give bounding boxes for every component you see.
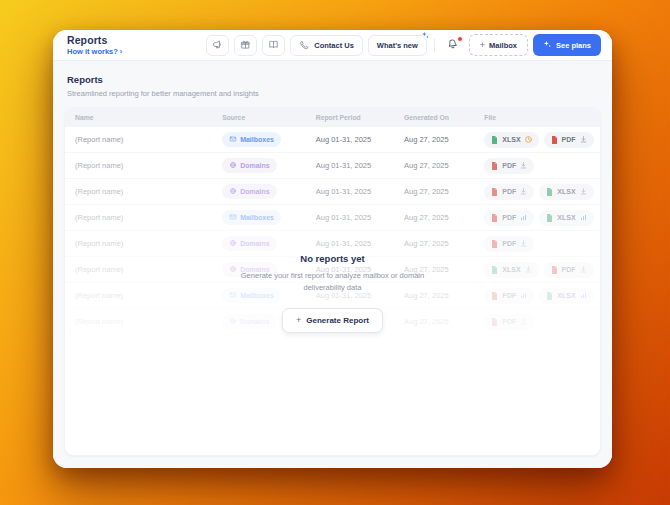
file-label: XLSX	[557, 214, 575, 221]
download-icon[interactable]	[524, 265, 533, 275]
gift-icon	[240, 36, 251, 54]
source-cell: Mailboxes	[212, 132, 306, 147]
file-label: PDF	[562, 136, 576, 143]
file-label: PDF	[502, 214, 516, 221]
source-badge: Mailboxes	[222, 132, 281, 147]
plus-icon: +	[296, 316, 301, 325]
file-badge-pdf[interactable]: PDF	[484, 314, 534, 330]
table-row[interactable]: (Report name) Domains Aug 01-31, 2025 Au…	[65, 257, 600, 283]
file-label: PDF	[502, 318, 516, 325]
file-badge-pdf[interactable]: PDF	[484, 210, 534, 226]
download-icon[interactable]	[579, 135, 588, 145]
report-name-cell: (Report name)	[65, 161, 212, 170]
how-it-works-link[interactable]: How it works? ›	[67, 47, 122, 56]
rewards-button[interactable]	[234, 35, 257, 56]
loading-icon	[579, 291, 588, 301]
files-cell: XLSXPDF	[474, 262, 600, 278]
file-badge-pdf[interactable]: PDF	[484, 158, 534, 174]
announcements-button[interactable]	[206, 35, 229, 56]
see-plans-button[interactable]: See plans	[533, 34, 601, 56]
whats-new-sparkle-icon	[421, 31, 430, 40]
table-row[interactable]: (Report name) Mailboxes Aug 01-31, 2025 …	[65, 205, 600, 231]
file-badge-xlsx[interactable]: XLSX	[484, 262, 538, 278]
file-badge-pdf[interactable]: PDF	[484, 236, 534, 252]
download-icon[interactable]	[519, 239, 528, 249]
chevron-right-icon: ›	[120, 47, 123, 56]
download-icon[interactable]	[519, 187, 528, 197]
file-badge-xlsx[interactable]: XLSX	[539, 210, 593, 226]
source-label: Domains	[240, 162, 270, 169]
generated-on-cell: Aug 27, 2025	[394, 161, 474, 170]
files-cell: PDF	[474, 236, 600, 252]
see-plans-label: See plans	[556, 41, 591, 50]
report-name-cell: (Report name)	[65, 187, 212, 196]
files-cell: PDFXLSX	[474, 184, 600, 200]
app-window: Reports How it works? › Contact Us What'…	[53, 30, 612, 468]
source-label: Domains	[240, 188, 270, 195]
file-badge-pdf[interactable]: PDF	[484, 288, 534, 304]
download-icon[interactable]	[579, 265, 588, 275]
book-icon	[268, 36, 279, 54]
generated-on-cell: Aug 27, 2025	[394, 213, 474, 222]
source-badge: Domains	[222, 314, 277, 329]
phone-icon	[299, 40, 310, 51]
content-area: Reports Streamlined reporting for better…	[53, 61, 612, 468]
file-badge-xlsx[interactable]: XLSX	[539, 288, 593, 304]
reports-table-card: Name Source Report Period Generated On F…	[64, 107, 601, 456]
source-cell: Mailboxes	[212, 288, 306, 303]
section-subtitle: Streamlined reporting for better managem…	[67, 89, 601, 98]
generated-on-cell: Aug 27, 2025	[394, 135, 474, 144]
generate-report-button[interactable]: + Generate Report	[282, 308, 383, 333]
source-label: Mailboxes	[240, 214, 274, 221]
contact-us-button[interactable]: Contact Us	[290, 35, 363, 56]
source-label: Domains	[240, 266, 270, 273]
loading-icon	[519, 291, 528, 301]
file-label: PDF	[502, 162, 516, 169]
column-header-source: Source	[212, 114, 306, 121]
table-row[interactable]: (Report name) Domains Aug 01-31, 2025 Au…	[65, 179, 600, 205]
add-mailbox-label: Mailbox	[489, 41, 517, 50]
notification-dot	[457, 36, 463, 42]
report-period-cell: Aug 01-31, 2025	[306, 161, 394, 170]
megaphone-icon	[212, 36, 223, 54]
file-label: XLSX	[502, 136, 520, 143]
table-row[interactable]: (Report name) Mailboxes Aug 01-31, 2025 …	[65, 283, 600, 309]
table-header-row: Name Source Report Period Generated On F…	[65, 108, 600, 127]
table-row[interactable]: (Report name) Domains Aug 01-31, 2025 Au…	[65, 231, 600, 257]
download-icon[interactable]	[519, 317, 528, 327]
file-badge-pdf[interactable]: PDF	[544, 262, 594, 278]
report-period-cell: Aug 01-31, 2025	[306, 291, 394, 300]
top-bar: Reports How it works? › Contact Us What'…	[53, 30, 612, 61]
report-name-cell: (Report name)	[65, 213, 212, 222]
column-header-name: Name	[65, 114, 212, 121]
docs-button[interactable]	[262, 35, 285, 56]
report-name-cell: (Report name)	[65, 291, 212, 300]
file-label: XLSX	[557, 292, 575, 299]
generated-on-cell: Aug 27, 2025	[394, 265, 474, 274]
files-cell: XLSXPDF	[474, 132, 600, 148]
file-badge-xlsx[interactable]: XLSX	[539, 184, 593, 200]
column-header-generated-on: Generated On	[394, 114, 474, 121]
table-body: (Report name) Mailboxes Aug 01-31, 2025 …	[65, 127, 600, 335]
files-cell: PDF	[474, 158, 600, 174]
source-badge: Domains	[222, 236, 277, 251]
source-cell: Domains	[212, 236, 306, 251]
file-badge-pdf[interactable]: PDF	[544, 132, 594, 148]
whats-new-button[interactable]: What's new	[368, 35, 427, 56]
plus-icon: +	[480, 41, 485, 50]
column-header-report-period: Report Period	[306, 114, 394, 121]
file-label: XLSX	[502, 266, 520, 273]
download-icon[interactable]	[579, 187, 588, 197]
add-mailbox-button[interactable]: + Mailbox	[469, 34, 528, 56]
files-cell: PDF	[474, 314, 600, 330]
section-title: Reports	[67, 74, 601, 85]
file-badge-pdf[interactable]: PDF	[484, 184, 534, 200]
generated-on-cell: Aug 27, 2025	[394, 317, 474, 326]
report-period-cell: Aug 01-31, 2025	[306, 213, 394, 222]
file-badge-xlsx[interactable]: XLSX	[484, 132, 538, 148]
notifications-button[interactable]	[442, 35, 464, 56]
table-row[interactable]: (Report name) Domains Aug 01-31, 2025 Au…	[65, 153, 600, 179]
table-row[interactable]: (Report name) Mailboxes Aug 01-31, 2025 …	[65, 127, 600, 153]
download-icon[interactable]	[519, 161, 528, 171]
file-label: XLSX	[557, 188, 575, 195]
